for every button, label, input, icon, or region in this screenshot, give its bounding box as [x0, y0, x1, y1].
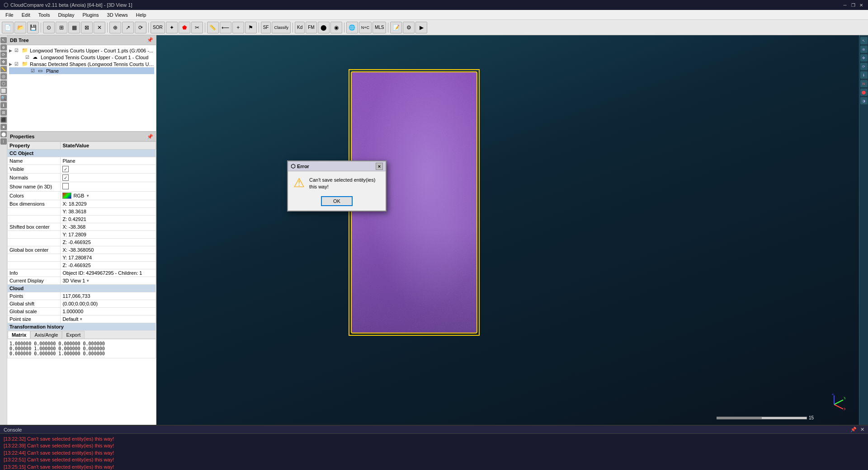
- sidebar-rotate[interactable]: ⟳: [0, 52, 7, 58]
- rs-pan[interactable]: ✥: [860, 54, 868, 61]
- normals-checkbox[interactable]: [62, 174, 69, 181]
- rs-cursor[interactable]: ↖: [860, 37, 868, 44]
- rs-color[interactable]: ◑: [860, 97, 868, 104]
- toolbar-plus[interactable]: +: [232, 22, 244, 33]
- toolbar-arrow[interactable]: ↗: [122, 22, 134, 33]
- tree-arrow-0[interactable]: ▶: [9, 48, 14, 53]
- right-sidebar: ↖ ⊕ ✥ ⟳ ℹ N ⬤ ◑: [859, 35, 868, 425]
- dialog-close-button[interactable]: ×: [376, 163, 383, 170]
- toolbar-grid[interactable]: ⊞: [56, 22, 67, 33]
- menu-display[interactable]: Display: [54, 11, 78, 19]
- showname-checkbox[interactable]: [62, 183, 69, 189]
- sidebar-measure[interactable]: 📏: [0, 66, 7, 72]
- toolbar-measure1[interactable]: 📏: [207, 22, 219, 33]
- dialog-ok-button[interactable]: OK: [321, 196, 353, 206]
- sidebar-zoom[interactable]: ⊕: [0, 44, 7, 51]
- tree-item-2[interactable]: ▶ ☑ 📁 Ransac Detected Shapes (Longwood T…: [9, 61, 154, 67]
- toolbar-delete[interactable]: ✕: [94, 22, 105, 33]
- sidebar-pick[interactable]: ◎: [0, 73, 7, 80]
- restore-button[interactable]: ❐: [850, 2, 856, 8]
- toolbar-points[interactable]: ⊙: [43, 22, 55, 33]
- toolbar-select[interactable]: ⊕: [109, 22, 121, 33]
- rs-info[interactable]: ℹ: [860, 71, 868, 79]
- sidebar-pan[interactable]: ✥: [0, 59, 7, 65]
- tree-check-0[interactable]: ☑: [14, 48, 21, 53]
- menu-help[interactable]: Help: [132, 11, 150, 19]
- tree-check-3[interactable]: ☑: [31, 68, 37, 73]
- colors-dropdown[interactable]: RGB ▼: [62, 193, 154, 199]
- ptsize-arrow: ▼: [79, 317, 83, 321]
- properties-pin[interactable]: 📌: [147, 134, 153, 140]
- toolbar-icon2[interactable]: ◉: [330, 22, 342, 33]
- sidebar-info[interactable]: ℹ: [0, 102, 7, 108]
- tree-item-3[interactable]: ☑ ▭ Plane: [9, 67, 154, 74]
- tree-item-0[interactable]: ▶ ☑ 📁 Longwood Tennis Courts Upper - Cou…: [9, 47, 154, 54]
- sidebar-label[interactable]: ⬜: [0, 88, 7, 94]
- toolbar-scissors[interactable]: ✂: [191, 22, 203, 33]
- tab-axisangle[interactable]: Axis/Angle: [30, 331, 62, 338]
- minimize-button[interactable]: ─: [842, 2, 848, 8]
- view-3d[interactable]: 15 X Y Z: [156, 35, 859, 425]
- scale-bar: 15: [717, 415, 814, 420]
- toolbar-cross[interactable]: ✦: [166, 22, 178, 33]
- sidebar-graph[interactable]: ⊞: [0, 109, 7, 116]
- prop-boxdim-z: Z: 0.42921: [8, 216, 156, 223]
- rs-red-dot[interactable]: ⬤: [860, 89, 868, 96]
- sidebar-dots[interactable]: ⁞: [0, 138, 7, 145]
- toolbar-mls[interactable]: MLS: [373, 22, 387, 33]
- console-pin[interactable]: 📌: [850, 427, 857, 432]
- toolbar-new[interactable]: 📄: [2, 22, 14, 33]
- rs-rotate[interactable]: ⟳: [860, 63, 868, 70]
- toolbar-flag[interactable]: ⚑: [245, 22, 257, 33]
- sidebar-circle[interactable]: ⬤: [0, 131, 7, 137]
- menu-3dviews[interactable]: 3D Views: [104, 11, 132, 19]
- tree-arrow-2[interactable]: ▶: [9, 62, 14, 66]
- prop-info: Info Object ID: 4294967295 - Children: 1: [8, 269, 156, 277]
- sidebar-segment[interactable]: ⬡: [0, 80, 7, 87]
- tree-check-2[interactable]: ☑: [14, 61, 21, 66]
- toolbar-plugin2[interactable]: ▶: [415, 22, 427, 33]
- tree-icon-3: ▭: [38, 68, 45, 74]
- toolbar-open[interactable]: 📂: [14, 22, 26, 33]
- visible-checkbox[interactable]: [62, 166, 69, 172]
- tree-item-1[interactable]: ☑ ☁ Longwood Tennis Courts Upper - Court…: [9, 54, 154, 61]
- axes-indicator: X Y Z: [823, 393, 845, 416]
- tab-export[interactable]: Export: [62, 331, 85, 338]
- toolbar-globe[interactable]: 🌐: [346, 22, 358, 33]
- properties-content[interactable]: Property State/Value CC Object Name Plan…: [7, 141, 156, 425]
- tree-check-1[interactable]: ☑: [25, 55, 32, 60]
- menu-file[interactable]: File: [2, 11, 17, 19]
- window-title: CloudCompare v2.11 beta (Anoia) [64-bit]…: [10, 2, 864, 8]
- toolbar-filter[interactable]: ⊠: [81, 22, 93, 33]
- toolbar-plugin1[interactable]: ⚙: [403, 22, 415, 33]
- toolbar-toggle[interactable]: ▦: [68, 22, 80, 33]
- toolbar-class[interactable]: Classify: [272, 22, 291, 33]
- toolbar-icon1[interactable]: ⬤: [318, 22, 330, 33]
- db-tree-content[interactable]: ▶ ☑ 📁 Longwood Tennis Courts Upper - Cou…: [7, 45, 156, 131]
- left-sidebar: ↖ ⊕ ⟳ ✥ 📏 ◎ ⬡ ⬜ 🔍 ℹ ⊞ ⬛ ★ ⬤ ⁞: [0, 35, 7, 425]
- toolbar-kd[interactable]: Kd: [295, 22, 305, 33]
- toolbar-script[interactable]: 📝: [390, 22, 402, 33]
- svg-text:Y: Y: [844, 396, 845, 400]
- sidebar-cursor[interactable]: ↖: [0, 37, 7, 43]
- toolbar-sor[interactable]: SOR: [151, 22, 165, 33]
- sidebar-star[interactable]: ★: [0, 124, 7, 130]
- toolbar-nc[interactable]: N+C: [359, 22, 372, 33]
- toolbar-transform[interactable]: ⟳: [135, 22, 146, 33]
- toolbar-red[interactable]: ⬟: [179, 22, 190, 33]
- toolbar-measure2[interactable]: ⟵: [220, 22, 231, 33]
- close-button[interactable]: ✕: [858, 2, 864, 8]
- rs-zoom[interactable]: ⊕: [860, 46, 868, 53]
- rs-north[interactable]: N: [860, 80, 868, 87]
- toolbar-sf[interactable]: SF: [261, 22, 271, 33]
- menu-edit[interactable]: Edit: [18, 11, 34, 19]
- menu-plugins[interactable]: Plugins: [79, 11, 102, 19]
- sidebar-search[interactable]: 🔍: [0, 95, 7, 101]
- tab-matrix[interactable]: Matrix: [8, 331, 30, 338]
- console-close[interactable]: ✕: [860, 427, 864, 432]
- sidebar-color[interactable]: ⬛: [0, 117, 7, 123]
- toolbar-save[interactable]: 💾: [27, 22, 39, 33]
- toolbar-fm[interactable]: FM: [306, 22, 316, 33]
- db-tree-pin[interactable]: 📌: [147, 37, 153, 43]
- menu-tools[interactable]: Tools: [35, 11, 54, 19]
